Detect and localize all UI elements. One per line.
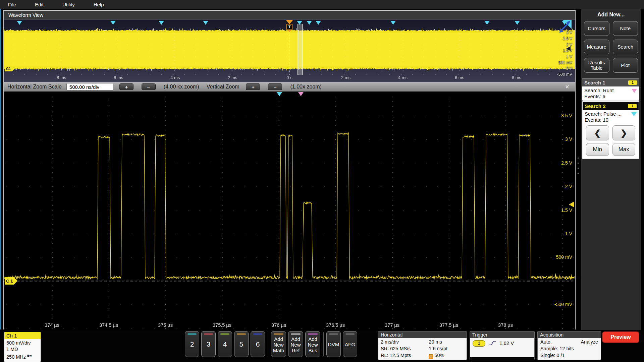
- afg-button[interactable]: AFG: [343, 331, 357, 357]
- overview-time-label: -2 ms: [226, 75, 237, 80]
- zoom-voltage-label: 1 V: [548, 231, 572, 236]
- horizontal-settings-panel[interactable]: Horizontal 2 ms/div 20 ms SR: 625 MS/s 1…: [378, 331, 467, 360]
- add-new-note-button[interactable]: Note: [613, 21, 638, 36]
- panel-resize-handle[interactable]: [577, 158, 579, 174]
- add-button-label: AddNewRef: [288, 336, 303, 353]
- search-event-marker-icon[interactable]: [307, 21, 312, 25]
- search-2-header[interactable]: Search 2 1: [583, 102, 639, 110]
- menu-edit[interactable]: Edit: [35, 2, 44, 7]
- search-event-marker-icon[interactable]: [159, 21, 164, 25]
- overview-trigger-level-icon: [566, 46, 571, 51]
- runt-search-event-marker-icon[interactable]: [298, 92, 304, 96]
- zoom-time-label: 377 µs: [385, 322, 399, 328]
- add-new-heading: Add New...: [581, 9, 641, 18]
- min-event-button[interactable]: Min: [586, 143, 609, 156]
- max-event-button[interactable]: Max: [612, 143, 636, 156]
- search-2-source-badge: 1: [628, 104, 637, 108]
- dvm-button[interactable]: DVM: [326, 331, 341, 357]
- overview-time-label: -8 ms: [55, 75, 66, 80]
- v-zoom-in-button[interactable]: +: [246, 83, 260, 90]
- channel-4-button[interactable]: 4: [218, 331, 232, 357]
- trigger-position-marker[interactable]: T: [286, 20, 293, 32]
- zoom-waveform-canvas[interactable]: [4, 92, 575, 329]
- zoom-time-label: 378 µs: [498, 322, 513, 328]
- search-1-panel[interactable]: Search 1 1 Search: Runt Events: 6: [582, 78, 639, 101]
- zoom-time-label: 376 µs: [271, 322, 286, 328]
- channel-number-label: 3: [202, 340, 215, 348]
- search-2-panel[interactable]: Search 2 1 Search: Pulse ... Events: 10 …: [582, 101, 639, 159]
- channel-color-stripe: [237, 334, 246, 335]
- search-event-marker-icon[interactable]: [110, 21, 116, 25]
- channel-color-stripe: [253, 334, 262, 335]
- add-new-results-table-button[interactable]: Results Table: [584, 58, 609, 73]
- add-new-bus-button[interactable]: AddNewBus: [305, 331, 320, 357]
- overview-time-label: 0 s: [286, 75, 292, 80]
- trigger-settings-panel[interactable]: Trigger 1 1.62 V: [470, 331, 535, 360]
- zoom-cursor-icon[interactable]: [558, 20, 572, 34]
- add-new-ref-button[interactable]: AddNewRef: [288, 331, 303, 357]
- h-zoom-out-button[interactable]: −: [142, 83, 156, 90]
- trigger-marker-label: T: [286, 24, 292, 30]
- search-1-events: Events: 6: [584, 94, 637, 100]
- search-2-events: Events: 10: [585, 117, 637, 123]
- h-zoom-factor-label: (4.00 kx zoom): [164, 84, 199, 90]
- menu-help[interactable]: Help: [94, 2, 104, 7]
- search-2-type: Search: Pulse ...: [585, 111, 637, 117]
- h-zoom-in-button[interactable]: +: [119, 83, 133, 90]
- previous-event-button[interactable]: ❮: [586, 125, 609, 140]
- search-event-marker-icon[interactable]: [515, 21, 520, 25]
- search-event-marker-icon[interactable]: [484, 21, 490, 25]
- add-new-cursors-button[interactable]: Cursors: [584, 21, 609, 36]
- overview-time-label: -6 ms: [112, 75, 123, 80]
- search-event-marker-icon[interactable]: [316, 21, 321, 25]
- trigger-level-indicator[interactable]: [569, 201, 574, 207]
- search-event-marker-icon[interactable]: [17, 21, 22, 25]
- search-1-source-badge: 1: [628, 80, 637, 85]
- left-accent-edge: [0, 9, 1, 329]
- zoom-voltage-label: 3 V: [548, 136, 572, 142]
- zoom-window-handle[interactable]: [298, 24, 302, 75]
- acquisition-settings-panel[interactable]: Acquisition Auto, Analyze Sample: 12 bit…: [537, 331, 601, 360]
- overview-time-label: 8 ms: [512, 75, 521, 80]
- overview-voltage-label: 500 mV: [550, 60, 572, 65]
- button-row-divider: [323, 332, 324, 356]
- add-new-search-button[interactable]: Search: [613, 40, 638, 54]
- search-event-marker-icon[interactable]: [203, 21, 208, 25]
- channel-1-settings: 500 mV/div 1 MΩ 250 MHz Bw: [4, 339, 41, 362]
- v-zoom-label: Vertical Zoom: [207, 84, 239, 90]
- add-new-math-button[interactable]: AddNewMath: [271, 331, 286, 357]
- channel-button-row: 23456AddNewMathAddNewRefAddNewBusDVMAFG: [185, 331, 359, 357]
- add-new-measure-button[interactable]: Measure: [584, 40, 609, 54]
- horizontal-panel-body: 2 ms/div 20 ms SR: 625 MS/s 1.6 ns/pt RL…: [378, 338, 467, 360]
- pulse-search-event-marker-icon[interactable]: [277, 92, 282, 96]
- search-1-title: Search 1: [584, 80, 605, 85]
- channel-color-stripe: [204, 334, 213, 335]
- add-button-color-stripe: [291, 334, 301, 335]
- channel-6-button[interactable]: 6: [251, 331, 265, 357]
- h-zoom-scale-input[interactable]: [66, 83, 113, 90]
- menu-file[interactable]: File: [8, 2, 16, 7]
- search-2-body: Search: Pulse ... Events: 10 ❮ ❯ Min Max: [583, 110, 639, 158]
- h-zoom-scale-label: Horizontal Zoom Scale: [7, 84, 62, 90]
- add-button-label: AddNewBus: [306, 336, 320, 353]
- close-zoom-icon[interactable]: ✕: [565, 84, 570, 90]
- zoom-voltage-label: 1.5 V: [548, 207, 572, 213]
- search-1-header[interactable]: Search 1 1: [582, 78, 639, 86]
- search-event-marker-icon[interactable]: [390, 21, 396, 25]
- acquisition-single-count: Single: 0 /1: [540, 352, 598, 359]
- v-zoom-out-button[interactable]: −: [268, 83, 282, 90]
- add-button-label: AddNewMath: [271, 336, 286, 353]
- preview-button[interactable]: Preview: [602, 331, 639, 343]
- channel-2-button[interactable]: 2: [185, 331, 199, 357]
- channel-1-badge[interactable]: Ch 1 500 mV/div 1 MΩ 250 MHz Bw: [4, 332, 41, 362]
- add-new-plot-button[interactable]: Plot: [613, 58, 638, 73]
- channel-3-button[interactable]: 3: [201, 331, 216, 357]
- channel-5-button[interactable]: 5: [234, 331, 249, 357]
- pulse-search-marker-icon: [631, 112, 637, 116]
- channel-color-stripe: [187, 334, 197, 335]
- menu-bar: FileEditUtilityHelp: [0, 0, 644, 9]
- overview-time-label: 2 ms: [341, 75, 351, 80]
- record-length: RL: 12.5 Mpts: [381, 352, 429, 359]
- menu-utility[interactable]: Utility: [62, 2, 75, 7]
- next-event-button[interactable]: ❯: [612, 125, 636, 140]
